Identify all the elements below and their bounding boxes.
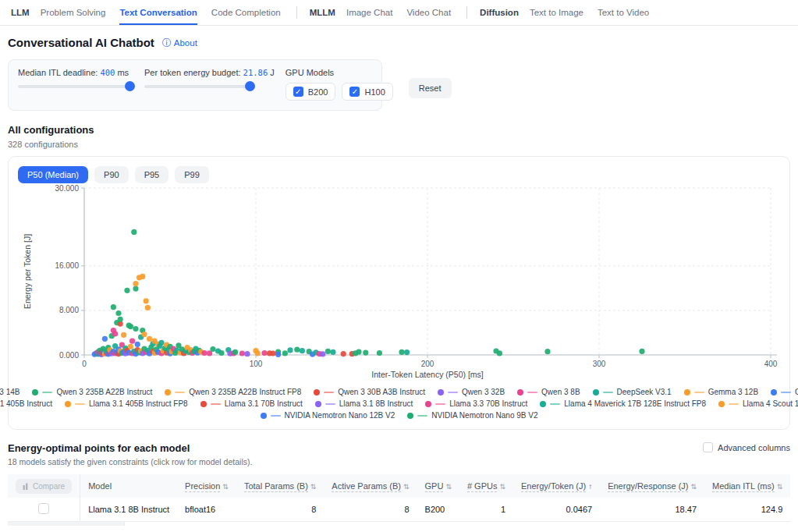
legend-item-llama-3-1-405b-instruct-fp8[interactable]: Llama 3.1 405B Instruct FP8 xyxy=(65,399,188,408)
legend-item-llama-4-maverick-17b-128e-instruct-fp8[interactable]: Llama 4 Maverick 17B 128E Instruct FP8 xyxy=(540,399,706,408)
legend-item-qwen-3-8b[interactable]: Qwen 3 8B xyxy=(517,388,580,396)
tab-p95[interactable]: P95 xyxy=(135,166,169,183)
scatter-point[interactable] xyxy=(158,340,164,346)
scatter-point[interactable] xyxy=(282,350,288,356)
compare-button[interactable]: Compare xyxy=(16,479,72,494)
scatter-point[interactable] xyxy=(497,350,502,356)
scatter-point[interactable] xyxy=(210,346,215,352)
scatter-point[interactable] xyxy=(356,349,361,355)
legend-item-qwen-3-235b-a22b-instruct[interactable]: Qwen 3 235B A22B Instruct xyxy=(32,388,152,396)
column-header-median-itl-ms-[interactable]: Median ITL (ms)⇅ xyxy=(704,474,790,498)
scatter-point[interactable] xyxy=(270,350,275,356)
scatter-point[interactable] xyxy=(294,347,300,353)
advanced-columns-checkbox[interactable] xyxy=(703,442,713,452)
nav-item-problem-solving[interactable]: Problem Solving xyxy=(41,0,106,25)
tab-p99[interactable]: P99 xyxy=(175,166,209,183)
column-header-gpu[interactable]: GPU⇅ xyxy=(417,474,459,498)
scatter-point[interactable] xyxy=(377,350,382,356)
scatter-point[interactable] xyxy=(341,351,346,356)
scatter-point[interactable] xyxy=(129,339,135,344)
nav-item-text-to-image[interactable]: Text to Image xyxy=(530,0,583,25)
scatter-point[interactable] xyxy=(145,305,151,310)
column-header-active-params-b-[interactable]: Active Params (B)⇅ xyxy=(324,474,417,498)
scatter-point[interactable] xyxy=(325,349,331,354)
scatter-point[interactable] xyxy=(147,336,152,342)
scatter-point[interactable] xyxy=(133,281,138,286)
scatter-point[interactable] xyxy=(115,310,121,316)
legend-item-qwen-3-235b-a22b-instruct-fp8[interactable]: Qwen 3 235B A22B Instruct FP8 xyxy=(165,388,301,396)
column-header-precision[interactable]: Precision⇅ xyxy=(177,474,236,498)
column-header-energy-response-j-[interactable]: Energy/Response (J)⇅ xyxy=(600,474,704,498)
scatter-point[interactable] xyxy=(121,332,126,338)
scatter-point[interactable] xyxy=(133,326,138,332)
scatter-point[interactable] xyxy=(255,350,261,356)
energy-budget-slider[interactable] xyxy=(144,85,254,88)
energy-slider-thumb[interactable] xyxy=(245,81,255,91)
legend-item-llama-3-1-8b-instruct[interactable]: Llama 3.1 8B Instruct xyxy=(315,399,413,408)
legend-item-nvidia-nemotron-nano-9b-v2[interactable]: NVIDIA Nemotron Nano 9B V2 xyxy=(407,411,537,420)
scatter-point[interactable] xyxy=(232,349,238,355)
scatter-point[interactable] xyxy=(320,351,325,356)
itl-slider-thumb[interactable] xyxy=(125,81,135,91)
scatter-point[interactable] xyxy=(330,349,335,355)
scatter-point[interactable] xyxy=(102,336,108,342)
tab-p90[interactable]: P90 xyxy=(94,166,129,183)
about-link[interactable]: ⓘ About xyxy=(162,38,197,48)
scatter-point[interactable] xyxy=(218,350,224,356)
scatter-point[interactable] xyxy=(201,350,207,356)
scatter-point[interactable] xyxy=(140,274,145,279)
nav-item-text-conversation[interactable]: Text Conversation xyxy=(119,0,197,25)
scatter-point[interactable] xyxy=(244,351,250,356)
scatter-point[interactable] xyxy=(287,347,293,353)
scatter-point[interactable] xyxy=(131,229,137,235)
itl-deadline-slider[interactable] xyxy=(18,85,133,88)
scatter-point[interactable] xyxy=(118,317,123,322)
scatter-point[interactable] xyxy=(404,349,410,355)
tab-p50-median-[interactable]: P50 (Median) xyxy=(18,166,88,183)
scatter-point[interactable] xyxy=(300,348,305,353)
sort-ascending-icon[interactable]: ↑ xyxy=(588,482,592,491)
scatter-point[interactable] xyxy=(128,324,133,329)
scatter-point[interactable] xyxy=(239,350,245,356)
legend-item-gemma-3-12b[interactable]: Gemma 3 12B xyxy=(684,388,758,396)
legend-item-deepseek-v3-1[interactable]: DeepSeek V3.1 xyxy=(593,388,672,396)
column-header-total-params-b-[interactable]: Total Params (B)⇅ xyxy=(236,474,324,498)
sort-icon[interactable]: ⇅ xyxy=(403,483,410,491)
gpu-option-b200[interactable]: ✓B200 xyxy=(286,83,336,101)
scatter-point[interactable] xyxy=(128,344,133,349)
legend-item-llama-3-1-70b-instruct[interactable]: Llama 3.1 70B Instruct xyxy=(200,399,303,408)
nav-item-code-completion[interactable]: Code Completion xyxy=(211,0,281,25)
sort-icon[interactable]: ⇅ xyxy=(222,483,229,491)
scatter-point[interactable] xyxy=(363,350,368,356)
nav-item-image-chat[interactable]: Image Chat xyxy=(346,0,392,25)
nav-item-video-chat[interactable]: Video Chat xyxy=(406,0,451,25)
scatter-point[interactable] xyxy=(144,298,149,303)
scatter-point[interactable] xyxy=(133,286,138,292)
sort-icon[interactable]: ⇅ xyxy=(777,483,783,491)
legend-item-qwen-3-30b-a3b-instruct[interactable]: Qwen 3 30B A3B Instruct xyxy=(314,388,425,396)
scatter-point[interactable] xyxy=(124,288,129,293)
legend-item-llama-3-3-70b-instruct[interactable]: Llama 3.3 70B Instruct xyxy=(425,399,527,408)
gpu-option-h100[interactable]: ✓H100 xyxy=(342,83,392,101)
scatter-point[interactable] xyxy=(135,342,140,347)
legend-item-qwen-3-32b[interactable]: Qwen 3 32B xyxy=(438,388,505,396)
legend-item-qwen-3-14b[interactable]: Qwen 3 14B xyxy=(0,388,20,396)
sort-icon[interactable]: ⇅ xyxy=(690,483,697,491)
scatter-point[interactable] xyxy=(639,349,644,354)
advanced-columns-toggle[interactable]: Advanced columns xyxy=(703,442,790,452)
sort-icon[interactable]: ⇅ xyxy=(445,483,452,491)
scatter-point[interactable] xyxy=(261,350,267,356)
row-select-checkbox[interactable] xyxy=(38,503,49,514)
scatter-point[interactable] xyxy=(111,304,116,310)
legend-item-nvidia-nemotron-nano-12b-v2[interactable]: NVIDIA Nemotron Nano 12B V2 xyxy=(261,411,395,420)
scatter-plot[interactable]: 0.0008.00016.00030.0000100200300400Inter… xyxy=(18,183,782,380)
scatter-point[interactable] xyxy=(399,349,404,355)
legend-item-llama-3-1-405b-instruct[interactable]: Llama 3.1 405B Instruct xyxy=(0,399,52,408)
legend-item-gemma-3-27b[interactable]: Gemma 3 27B xyxy=(771,388,798,396)
scatter-point[interactable] xyxy=(112,331,118,336)
sort-icon[interactable]: ⇅ xyxy=(499,483,505,491)
sort-icon[interactable]: ⇅ xyxy=(310,483,317,491)
gpu-checkbox-h100[interactable]: ✓ xyxy=(349,87,360,97)
column-header--gpus[interactable]: # GPUs⇅ xyxy=(459,474,513,498)
reset-button[interactable]: Reset xyxy=(409,78,452,98)
